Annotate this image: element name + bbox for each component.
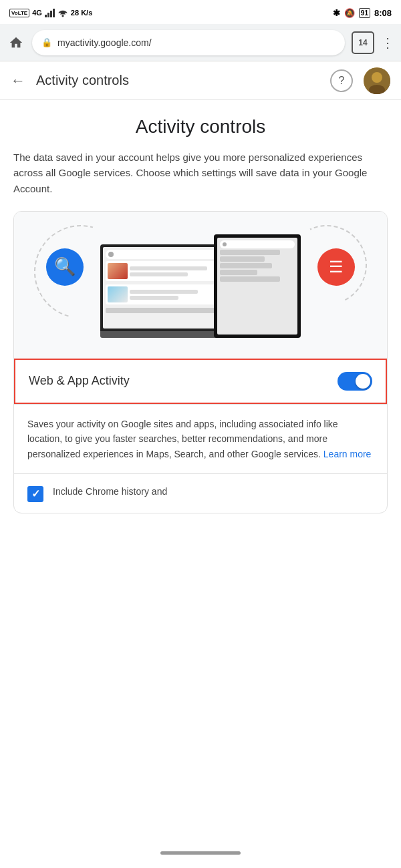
include-chrome-checkbox[interactable]: ✓ bbox=[27, 486, 43, 502]
menu-button[interactable]: ⋮ bbox=[381, 35, 394, 51]
search-icon-circle: 🔍 bbox=[46, 248, 84, 286]
doc-icon-circle: ☰ bbox=[317, 248, 355, 286]
url-text: myactivity.google.com/ bbox=[57, 37, 336, 48]
back-button[interactable]: ← bbox=[11, 72, 25, 89]
tabs-button[interactable]: 14 bbox=[352, 31, 374, 54]
search-icon: 🔍 bbox=[54, 256, 76, 277]
wifi-icon bbox=[57, 8, 68, 17]
signal-bars bbox=[45, 8, 55, 17]
doc-icon: ☰ bbox=[329, 258, 344, 276]
mute-icon: 🔕 bbox=[344, 8, 355, 18]
description-text: Saves your activity on Google sites and … bbox=[27, 417, 374, 461]
home-pill[interactable] bbox=[160, 851, 241, 855]
checkbox-label: Include Chrome history and bbox=[53, 485, 167, 499]
svg-point-1 bbox=[372, 72, 382, 83]
illustration-card: 🔍 ☰ bbox=[13, 211, 388, 513]
help-button[interactable]: ? bbox=[330, 69, 353, 92]
lock-icon: 🔒 bbox=[41, 37, 52, 47]
learn-more-link[interactable]: Learn more bbox=[323, 449, 372, 459]
tablet-device bbox=[214, 234, 301, 338]
illustration-area: 🔍 ☰ bbox=[14, 212, 387, 359]
page-title: Activity controls bbox=[13, 116, 388, 138]
browser-bar: 🔒 myactivity.google.com/ 14 ⋮ bbox=[0, 24, 401, 61]
time-display: 8:08 bbox=[374, 8, 392, 18]
status-left: VoLTE 4G 28 K/s bbox=[9, 8, 92, 17]
bluetooth-icon: ✱ bbox=[333, 8, 340, 18]
home-button[interactable] bbox=[7, 33, 25, 52]
bottom-bar bbox=[0, 845, 401, 868]
avatar[interactable] bbox=[364, 67, 390, 94]
address-bar[interactable]: 🔒 myactivity.google.com/ bbox=[32, 30, 345, 55]
nav-title: Activity controls bbox=[36, 73, 319, 88]
speed-indicator: 28 K/s bbox=[71, 9, 92, 17]
battery-indicator: 91 bbox=[359, 8, 370, 18]
volte-indicator: VoLTE bbox=[9, 9, 29, 17]
tablet-screen bbox=[214, 234, 301, 338]
status-right: ✱ 🔕 91 8:08 bbox=[333, 8, 392, 18]
4g-indicator: 4G bbox=[32, 9, 42, 17]
web-app-activity-toggle-section: Web & App Activity bbox=[14, 359, 387, 404]
toggle-knob bbox=[356, 374, 370, 389]
toggle-label: Web & App Activity bbox=[29, 374, 338, 388]
main-content: Activity controls The data saved in your… bbox=[0, 100, 401, 524]
web-app-activity-toggle[interactable] bbox=[338, 372, 372, 391]
checkbox-checkmark: ✓ bbox=[31, 487, 40, 500]
page-description: The data saved in your account helps giv… bbox=[13, 150, 388, 196]
devices-illustration bbox=[100, 234, 301, 338]
web-app-description-section: Saves your activity on Google sites and … bbox=[14, 404, 387, 473]
nav-bar: ← Activity controls ? bbox=[0, 61, 401, 100]
status-bar: VoLTE 4G 28 K/s ✱ 🔕 91 8:08 bbox=[0, 0, 401, 24]
include-chrome-history-section: ✓ Include Chrome history and bbox=[14, 473, 387, 513]
